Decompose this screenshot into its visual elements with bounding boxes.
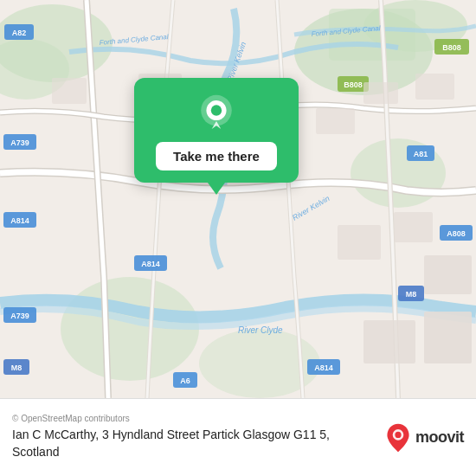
svg-text:M8: M8 <box>11 363 23 372</box>
svg-text:River Clyde: River Clyde <box>238 325 283 335</box>
svg-text:B808: B808 <box>442 43 461 52</box>
svg-rect-40 <box>52 78 87 104</box>
svg-text:A82: A82 <box>12 29 27 37</box>
svg-rect-47 <box>424 255 472 294</box>
location-info: © OpenStreetMap contributors Ian C McCar… <box>12 414 384 460</box>
svg-text:A814: A814 <box>141 260 160 268</box>
svg-text:A814: A814 <box>314 363 333 372</box>
bottom-info-bar: © OpenStreetMap contributors Ian C McCar… <box>0 398 476 476</box>
svg-text:M8: M8 <box>406 290 417 299</box>
svg-text:A814: A814 <box>10 216 29 225</box>
svg-text:B808: B808 <box>344 80 363 89</box>
location-pin-icon <box>196 93 237 135</box>
moovit-brand-text: moovit <box>415 428 464 447</box>
take-me-there-button[interactable]: Take me there <box>156 142 277 170</box>
svg-rect-45 <box>338 225 381 260</box>
svg-rect-48 <box>363 320 415 363</box>
svg-rect-44 <box>415 74 454 100</box>
attribution-text: © OpenStreetMap contributors <box>12 414 376 423</box>
svg-rect-49 <box>424 312 472 363</box>
location-name: Ian C McCarthy, 3 Hyndland Street Partic… <box>12 427 376 460</box>
svg-text:A808: A808 <box>447 229 466 238</box>
svg-text:A739: A739 <box>10 138 29 147</box>
svg-rect-46 <box>394 212 433 242</box>
moovit-pin-icon <box>384 422 412 453</box>
svg-rect-42 <box>316 108 355 134</box>
svg-point-54 <box>395 431 401 437</box>
moovit-logo: moovit <box>384 422 464 453</box>
svg-rect-43 <box>363 82 398 104</box>
svg-text:A81: A81 <box>414 150 428 158</box>
svg-text:A739: A739 <box>10 312 29 320</box>
svg-text:A6: A6 <box>180 376 190 385</box>
svg-point-52 <box>211 105 222 115</box>
map-area: A82 A739 A814 A814 A739 M8 A6 A814 B808 … <box>0 0 476 398</box>
location-popup[interactable]: Take me there <box>134 78 299 183</box>
